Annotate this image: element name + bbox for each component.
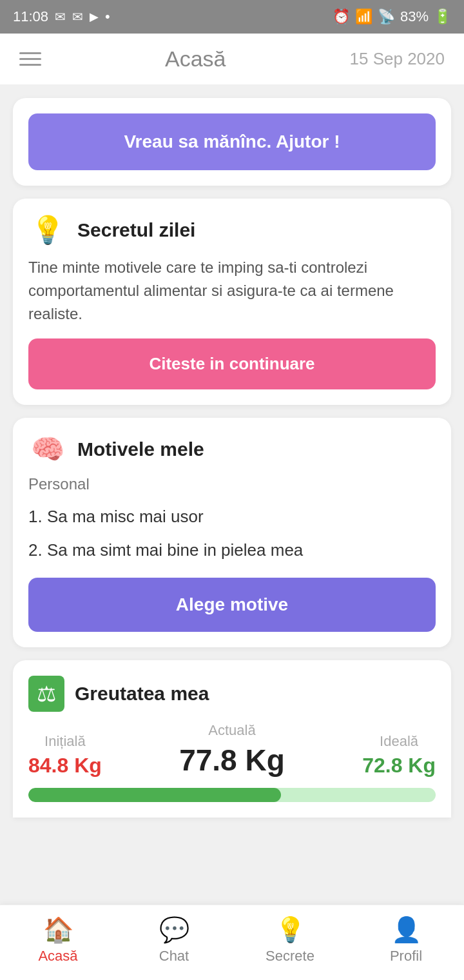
weight-card: ⚖ Greutatea mea Inițială 84.8 Kg Actuală… bbox=[13, 660, 451, 818]
battery-icon: 🔋 bbox=[434, 8, 451, 25]
bottom-nav: 🏠 Acasă 💬 Chat 💡 Secrete 👤 Profil bbox=[0, 905, 464, 980]
gmail-icon: ✉ bbox=[55, 9, 66, 24]
weight-current-value: 77.8 Kg bbox=[102, 743, 362, 778]
dot-icon: • bbox=[105, 8, 110, 25]
hamburger-line3 bbox=[19, 64, 41, 66]
weight-ideal-col: Ideală 72.8 Kg bbox=[362, 733, 436, 778]
weight-card-title: Greutatea mea bbox=[75, 683, 209, 705]
read-more-button[interactable]: Citeste in continuare bbox=[28, 338, 436, 389]
weight-progress-container bbox=[28, 788, 436, 802]
profil-icon: 👤 bbox=[391, 916, 421, 944]
secret-card-text: Tine minte motivele care te imping sa-ti… bbox=[28, 256, 436, 326]
secret-card: 💡 Secretul zilei Tine minte motivele car… bbox=[13, 199, 451, 405]
nav-label-profil: Profil bbox=[390, 948, 422, 965]
wifi-icon: 📶 bbox=[355, 8, 372, 25]
weight-ideal-unit: Kg bbox=[408, 754, 436, 777]
weight-card-header: ⚖ Greutatea mea bbox=[28, 676, 436, 712]
gmail-icon2: ✉ bbox=[72, 9, 83, 24]
nav-item-profil[interactable]: 👤 Profil bbox=[348, 916, 464, 965]
hamburger-menu[interactable] bbox=[19, 52, 41, 66]
weight-scale-icon: ⚖ bbox=[28, 676, 64, 712]
status-right: ⏰ 📶 📡 83% 🔋 bbox=[333, 8, 451, 25]
alarm-icon: ⏰ bbox=[333, 8, 350, 25]
motiv-item-1: 1. Sa ma misc mai usor bbox=[28, 500, 436, 533]
motiv-card-title: Motivele mele bbox=[77, 438, 204, 460]
weight-initial-unit: Kg bbox=[74, 754, 102, 777]
hamburger-line2 bbox=[19, 58, 41, 60]
nav-label-secrete: Secrete bbox=[266, 948, 314, 965]
weight-ideal-label: Ideală bbox=[362, 733, 436, 750]
motiv-category: Personal bbox=[28, 475, 436, 493]
weight-ideal-value: 72.8 Kg bbox=[362, 754, 436, 778]
nav-item-home[interactable]: 🏠 Acasă bbox=[0, 916, 116, 965]
home-icon: 🏠 bbox=[43, 916, 73, 944]
motiv-card: 🧠 Motivele mele Personal 1. Sa ma misc m… bbox=[13, 418, 451, 647]
secret-card-header: 💡 Secretul zilei bbox=[28, 214, 436, 246]
weight-progress-fill bbox=[28, 788, 281, 802]
status-left: 11:08 ✉ ✉ ▶ • bbox=[13, 8, 110, 25]
weight-current-label: Actuală bbox=[102, 722, 362, 739]
nav-label-chat: Chat bbox=[159, 948, 189, 965]
signal-icon: 📡 bbox=[378, 8, 395, 25]
page-title: Acasă bbox=[165, 46, 226, 72]
secret-card-title: Secretul zilei bbox=[77, 219, 195, 241]
status-bar: 11:08 ✉ ✉ ▶ • ⏰ 📶 📡 83% 🔋 bbox=[0, 0, 464, 34]
top-bar: Acasă 15 Sep 2020 bbox=[0, 34, 464, 85]
weight-section: Inițială 84.8 Kg Actuală 77.8 Kg Ideală … bbox=[28, 722, 436, 778]
nav-item-secrete[interactable]: 💡 Secrete bbox=[232, 916, 348, 965]
secrete-icon: 💡 bbox=[275, 916, 305, 944]
battery-text: 83% bbox=[400, 8, 429, 25]
weight-initial-value: 84.8 Kg bbox=[28, 754, 102, 778]
hamburger-line1 bbox=[19, 52, 41, 54]
alege-motive-button[interactable]: Alege motive bbox=[28, 578, 436, 632]
page-date: 15 Sep 2020 bbox=[350, 49, 445, 69]
chat-icon: 💬 bbox=[159, 916, 189, 944]
motiv-card-header: 🧠 Motivele mele bbox=[28, 433, 436, 465]
lightbulb-icon: 💡 bbox=[28, 214, 67, 246]
weight-initial-col: Inițială 84.8 Kg bbox=[28, 733, 102, 778]
status-time: 11:08 bbox=[13, 8, 48, 25]
nav-item-chat[interactable]: 💬 Chat bbox=[116, 916, 232, 965]
main-content: Vreau sa mănînc. Ajutor ! 💡 Secretul zil… bbox=[0, 85, 464, 905]
brain-icon: 🧠 bbox=[28, 433, 67, 465]
weight-current-col: Actuală 77.8 Kg bbox=[102, 722, 362, 778]
youtube-icon: ▶ bbox=[90, 10, 99, 24]
help-card: Vreau sa mănînc. Ajutor ! bbox=[13, 98, 451, 186]
help-button[interactable]: Vreau sa mănînc. Ajutor ! bbox=[28, 113, 436, 170]
weight-initial-label: Inițială bbox=[28, 733, 102, 750]
nav-label-home: Acasă bbox=[38, 948, 77, 965]
motiv-item-2: 2. Sa ma simt mai bine in pielea mea bbox=[28, 533, 436, 567]
